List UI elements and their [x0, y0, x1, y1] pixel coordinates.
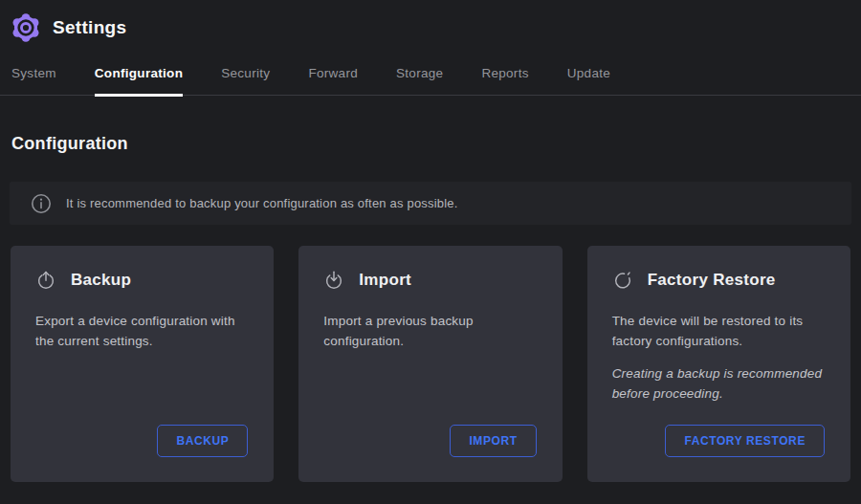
card-description: The device will be restored to its facto… [612, 311, 826, 351]
backup-recommendation-banner: It is recommended to backup your configu… [10, 182, 851, 225]
banner-text: It is recommended to backup your configu… [66, 196, 458, 210]
card-title: Import [359, 271, 411, 290]
import-download-icon [323, 270, 344, 291]
card-factory-restore: Factory Restore The device will be resto… [587, 246, 850, 482]
card-description: Import a previous backup configuration. [323, 311, 537, 351]
tab-reports[interactable]: Reports [481, 60, 528, 97]
tab-configuration[interactable]: Configuration [95, 60, 183, 97]
configuration-cards: Backup Export a device configuration wit… [11, 246, 850, 482]
card-import-header: Import [323, 270, 537, 291]
backup-button[interactable]: BACKUP [157, 425, 248, 457]
card-description: Export a device configuration with the c… [35, 311, 249, 351]
app-title: Settings [53, 17, 126, 38]
page-title: Configuration [11, 134, 861, 154]
card-backup: Backup Export a device configuration wit… [11, 246, 274, 482]
tab-update[interactable]: Update [567, 60, 610, 97]
card-backup-header: Backup [35, 270, 249, 291]
settings-page: { "header": { "title": "Settings", "icon… [0, 0, 861, 504]
card-import: Import Import a previous backup configur… [298, 246, 562, 482]
tab-system[interactable]: System [11, 60, 56, 97]
app-header: Settings [0, 0, 861, 46]
import-button[interactable]: IMPORT [450, 425, 536, 457]
factory-restore-icon [612, 270, 633, 291]
card-warning-note: Creating a backup is recommended before … [612, 363, 826, 404]
card-title: Factory Restore [648, 271, 776, 290]
tab-security[interactable]: Security [221, 60, 270, 97]
info-icon [30, 192, 53, 215]
tab-forward[interactable]: Forward [308, 60, 358, 97]
backup-export-icon [35, 270, 56, 291]
gear-icon [10, 11, 42, 44]
factory-restore-button[interactable]: FACTORY RESTORE [665, 425, 825, 457]
tab-storage[interactable]: Storage [396, 60, 443, 97]
settings-tab-bar: System Configuration Security Forward St… [0, 60, 861, 96]
card-factory-restore-header: Factory Restore [612, 270, 826, 291]
card-title: Backup [71, 271, 131, 290]
